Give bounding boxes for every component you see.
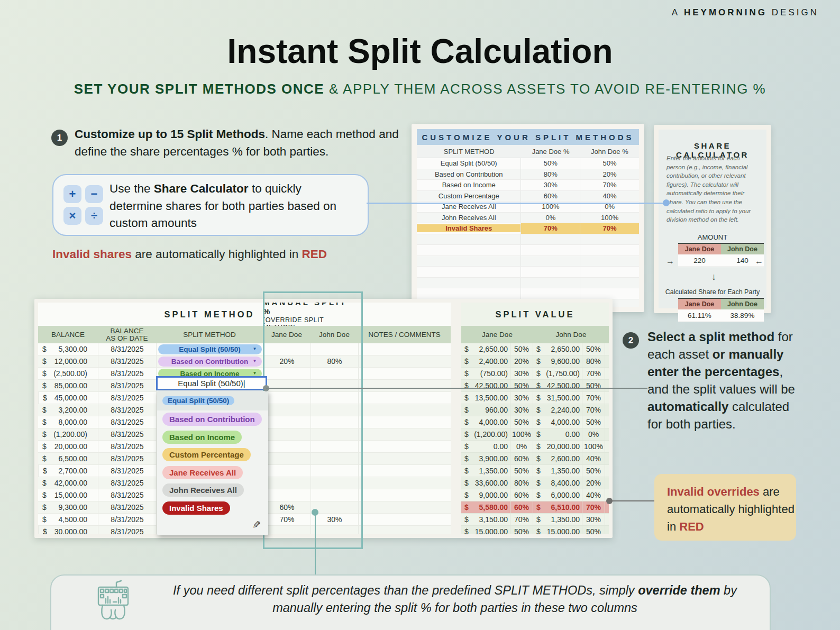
john-pct-cell[interactable] <box>580 245 639 255</box>
notes-cell[interactable] <box>358 514 451 525</box>
customize-empty-row[interactable] <box>417 256 639 267</box>
balance-date-cell[interactable]: 8/31/2025 <box>98 428 156 440</box>
balance-cell[interactable]: $2,700.00 <box>38 465 98 477</box>
john-pct-cell[interactable]: 50% <box>580 158 639 169</box>
customize-empty-row[interactable] <box>417 234 639 245</box>
john-pct-cell[interactable]: 20% <box>580 169 639 180</box>
dropdown-option-pill[interactable]: Invalid Shares <box>162 501 230 515</box>
notes-cell[interactable] <box>358 404 451 416</box>
balance-cell[interactable]: $42,000.00 <box>38 477 98 489</box>
pencil-icon[interactable]: ✎ <box>252 519 261 531</box>
jane-pct-cell[interactable]: 0% <box>521 213 580 223</box>
notes-cell[interactable] <box>358 428 451 440</box>
jane-pct-cell[interactable]: 30% <box>521 180 580 190</box>
dropdown-option[interactable]: Jane Receives All <box>157 464 268 482</box>
balance-cell[interactable]: $8,000.00 <box>38 416 98 428</box>
method-cell[interactable]: Equal Split (50/50) <box>417 159 521 167</box>
notes-cell[interactable] <box>358 380 451 391</box>
jane-pct-cell[interactable] <box>521 267 580 277</box>
dropdown-option-pill[interactable]: John Receives All <box>162 483 244 497</box>
notes-cell[interactable] <box>358 477 451 489</box>
amount-jane-input[interactable]: 220 <box>678 254 721 267</box>
notes-cell[interactable] <box>358 526 451 534</box>
dropdown-option[interactable]: John Receives All <box>157 481 268 499</box>
balance-cell[interactable]: $20,000.00 <box>38 441 98 452</box>
chevron-down-icon[interactable]: ▼ <box>253 359 257 363</box>
notes-cell[interactable] <box>358 453 451 464</box>
split-method-pill[interactable]: Based on Contribution▼ <box>158 357 262 367</box>
notes-cell[interactable] <box>358 355 451 367</box>
balance-date-cell[interactable]: 8/31/2025 <box>98 380 156 391</box>
balance-date-cell[interactable]: 8/31/2025 <box>98 404 156 416</box>
balance-date-cell[interactable]: 8/31/2025 <box>98 368 156 379</box>
dropdown-option[interactable]: Equal Split (50/50) <box>157 391 268 410</box>
dropdown-option[interactable]: Custom Percentage <box>157 446 268 464</box>
notes-cell[interactable] <box>358 441 451 452</box>
balance-cell[interactable]: $6,500.00 <box>38 453 98 464</box>
john-pct-cell[interactable] <box>580 256 639 267</box>
customize-empty-row[interactable] <box>417 278 639 289</box>
chevron-down-icon[interactable]: ▼ <box>253 371 257 376</box>
method-cell[interactable]: Based on Contribution <box>417 170 521 178</box>
customize-empty-row[interactable] <box>417 267 639 278</box>
balance-date-cell[interactable]: 8/31/2025 <box>98 343 156 355</box>
balance-date-cell[interactable]: 8/31/2025 <box>98 501 156 513</box>
balance-date-cell[interactable]: 8/31/2025 <box>98 453 156 464</box>
balance-date-cell[interactable]: 8/31/2025 <box>98 477 156 489</box>
balance-cell[interactable]: $85,000.00 <box>38 380 98 391</box>
john-pct-cell[interactable] <box>580 234 639 245</box>
balance-date-cell[interactable]: 8/31/2025 <box>98 392 156 404</box>
method-cell[interactable]: Jane Receives All <box>417 203 521 211</box>
balance-date-cell[interactable]: 8/31/2025 <box>98 416 156 428</box>
balance-cell[interactable]: $30,000.00 <box>38 526 98 534</box>
method-cell[interactable]: Custom Percentage <box>417 192 521 200</box>
dropdown-option[interactable]: Invalid Shares <box>157 499 268 517</box>
jane-pct-cell[interactable] <box>521 288 580 299</box>
balance-cell[interactable]: $4,500.00 <box>38 514 98 525</box>
method-cell[interactable]: John Receives All <box>417 214 521 222</box>
balance-cell[interactable]: $9,300.00 <box>38 501 98 513</box>
balance-cell[interactable]: $5,300.00 <box>38 343 98 355</box>
split-method-cell[interactable]: Equal Split (50/50)▼ <box>156 343 263 355</box>
customize-empty-row[interactable] <box>417 288 639 299</box>
balance-date-cell[interactable]: 8/31/2025 <box>98 441 156 452</box>
notes-cell[interactable] <box>358 489 451 501</box>
balance-date-cell[interactable]: 8/31/2025 <box>98 465 156 477</box>
john-pct-cell[interactable]: 70% <box>580 223 639 234</box>
john-pct-cell[interactable] <box>580 288 639 299</box>
jane-pct-cell[interactable] <box>521 278 580 288</box>
dropdown-option-pill[interactable]: Based on Income <box>162 431 242 444</box>
balance-cell[interactable]: $3,200.00 <box>38 404 98 416</box>
balance-date-cell[interactable]: 8/31/2025 <box>98 489 156 501</box>
jane-pct-cell[interactable] <box>521 256 580 267</box>
notes-cell[interactable] <box>358 343 451 355</box>
jane-pct-cell[interactable]: 60% <box>521 191 580 202</box>
dropdown-option[interactable]: Based on Income <box>157 428 268 446</box>
john-pct-cell[interactable] <box>580 278 639 288</box>
john-pct-cell[interactable] <box>580 267 639 277</box>
method-cell[interactable]: Invalid Shares <box>417 224 521 232</box>
notes-cell[interactable] <box>358 368 451 379</box>
jane-pct-cell[interactable] <box>521 245 580 255</box>
jane-pct-cell[interactable]: 70% <box>521 223 580 234</box>
john-pct-cell[interactable]: 100% <box>580 213 639 223</box>
jane-pct-cell[interactable]: 80% <box>521 169 580 180</box>
balance-cell[interactable]: $15,000.00 <box>38 489 98 501</box>
balance-cell[interactable]: $45,000.00 <box>38 392 98 404</box>
split-method-edit-cell[interactable]: Equal Split (50/50)| <box>156 376 267 390</box>
balance-date-cell[interactable]: 8/31/2025 <box>98 514 156 525</box>
balance-cell[interactable]: $(2,500.00) <box>38 368 98 379</box>
customize-empty-row[interactable] <box>417 245 639 256</box>
notes-cell[interactable] <box>358 465 451 477</box>
john-pct-cell[interactable]: 40% <box>580 191 639 202</box>
notes-cell[interactable] <box>358 416 451 428</box>
balance-date-cell[interactable]: 8/31/2025 <box>98 526 156 534</box>
dropdown-option-pill[interactable]: Custom Percentage <box>162 448 251 461</box>
notes-cell[interactable] <box>358 392 451 404</box>
method-cell[interactable]: Based on Income <box>417 181 521 189</box>
split-method-pill[interactable]: Equal Split (50/50)▼ <box>158 344 262 354</box>
dropdown-option-pill[interactable]: Based on Contribution <box>162 413 262 426</box>
dropdown-option-pill[interactable]: Equal Split (50/50) <box>162 396 234 405</box>
balance-cell[interactable]: $(1,200.00) <box>38 428 98 440</box>
jane-pct-cell[interactable]: 50% <box>521 158 580 169</box>
